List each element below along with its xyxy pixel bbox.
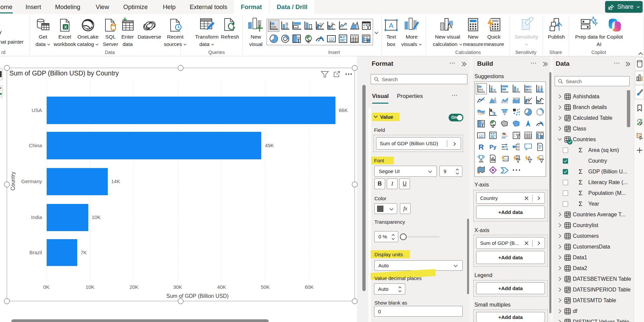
svg-text:R: R xyxy=(478,143,484,151)
svg-text:123: 123 xyxy=(329,37,334,41)
svg-text:10K: 10K xyxy=(86,284,95,290)
svg-text:fx: fx xyxy=(447,21,453,30)
svg-text:USA: USA xyxy=(32,107,42,113)
svg-text:40K: 40K xyxy=(217,284,226,290)
svg-text:66K: 66K xyxy=(339,107,348,113)
svg-text:10K: 10K xyxy=(92,214,101,220)
svg-text:0K: 0K xyxy=(43,284,49,290)
svg-text:30K: 30K xyxy=(173,284,182,290)
svg-text:20K: 20K xyxy=(130,284,139,290)
svg-text:Sum of GDP (Billion USD): Sum of GDP (Billion USD) xyxy=(166,293,229,299)
svg-text:Germany: Germany xyxy=(21,178,42,184)
svg-text:Py: Py xyxy=(490,144,497,150)
svg-text:14K: 14K xyxy=(111,178,120,184)
svg-text:7K: 7K xyxy=(81,250,87,255)
svg-text:Country: Country xyxy=(10,172,16,191)
svg-text:60K: 60K xyxy=(305,284,314,290)
svg-text:Sum of GDP (Billion USD) by Co: Sum of GDP (Billion USD) by Country xyxy=(9,69,119,77)
svg-text:X: X xyxy=(64,24,67,30)
svg-text:50K: 50K xyxy=(261,284,270,290)
svg-text:123: 123 xyxy=(478,134,484,137)
svg-text:49K: 49K xyxy=(265,143,274,148)
svg-text:Brazil: Brazil xyxy=(29,250,42,255)
svg-text:China: China xyxy=(29,143,42,148)
svg-text:A: A xyxy=(389,22,394,29)
svg-text:India: India xyxy=(31,214,42,220)
